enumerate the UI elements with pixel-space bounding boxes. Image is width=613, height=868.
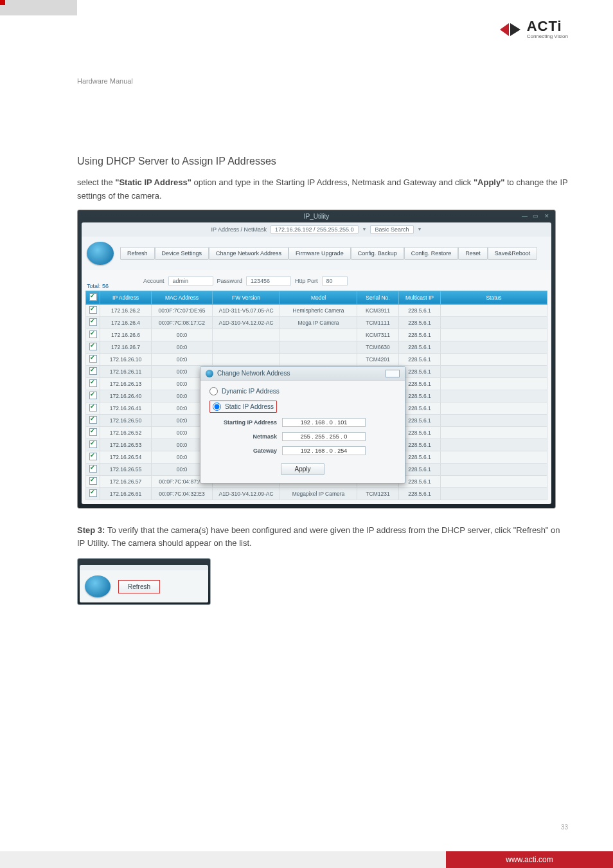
- row-checkbox[interactable]: [89, 404, 97, 411]
- cell: Megapixel IP Camera: [280, 487, 357, 500]
- row-checkbox[interactable]: [89, 416, 97, 424]
- cell: [441, 329, 547, 341]
- search-bar: IP Address / NetMask 172.16.26.192 / 255…: [82, 222, 551, 237]
- dynamic-ip-radio[interactable]: Dynamic IP Address: [209, 387, 396, 395]
- save-reboot-button[interactable]: Save&Reboot: [488, 247, 538, 260]
- cell: 00:0: [152, 341, 213, 353]
- row-checkbox[interactable]: [89, 465, 97, 473]
- cell: [213, 329, 280, 341]
- document-title: Hardware Manual: [77, 77, 568, 85]
- chevron-down-icon[interactable]: ▼: [418, 227, 422, 231]
- row-checkbox[interactable]: [89, 343, 97, 350]
- cell: [280, 329, 357, 341]
- cell: 00:0: [152, 329, 213, 341]
- password-input[interactable]: 123456: [246, 276, 291, 285]
- window-controls-icon[interactable]: — ▭ ✕: [522, 213, 551, 219]
- globe-icon: [206, 370, 213, 377]
- column-header[interactable]: MAC Address: [152, 291, 213, 304]
- row-checkbox[interactable]: [89, 367, 97, 375]
- row-checkbox[interactable]: [89, 440, 97, 448]
- column-header[interactable]: FW Version: [213, 291, 280, 304]
- table-row[interactable]: 172.16.26.600:0KCM7311228.5.6.1: [86, 329, 547, 341]
- config-backup-button[interactable]: Config. Backup: [351, 247, 404, 260]
- refresh-button[interactable]: Refresh: [120, 247, 155, 260]
- row-checkbox[interactable]: [89, 453, 97, 460]
- cell: [441, 475, 547, 487]
- table-row[interactable]: 172.16.26.700:0TCM6630228.5.6.1: [86, 341, 547, 353]
- gateway-input[interactable]: 192 . 168 . 0 . 254: [282, 446, 366, 455]
- page-number: 33: [561, 824, 568, 831]
- page-footer: www.acti.com: [0, 851, 613, 868]
- row-checkbox[interactable]: [89, 306, 97, 314]
- row-checkbox[interactable]: [89, 392, 97, 399]
- change-network-address-button[interactable]: Change Network Address: [209, 247, 289, 260]
- cell: 172.16.26.57: [100, 475, 152, 487]
- cell: TCM1111: [357, 316, 399, 329]
- cell: [441, 414, 547, 426]
- brand-logo: ACTi Connecting Vision: [497, 19, 568, 39]
- config-restore-button[interactable]: Config. Restore: [404, 247, 459, 260]
- reset-button[interactable]: Reset: [458, 247, 488, 260]
- search-value[interactable]: 172.16.26.192 / 255.255.255.0: [271, 225, 359, 234]
- static-ip-radio[interactable]: Static IP Address: [209, 401, 277, 413]
- cell: Hemispheric Camera: [280, 304, 357, 316]
- device-settings-button[interactable]: Device Settings: [155, 247, 209, 260]
- cell: [280, 353, 357, 365]
- cell: A1D-311-V5.07.05-AC: [213, 304, 280, 316]
- cell: [441, 439, 547, 451]
- table-row[interactable]: 172.16.26.400:0F:7C:08:17:C2A1D-310-V4.1…: [86, 316, 547, 329]
- cell: 172.16.26.13: [100, 377, 152, 390]
- cell: [441, 463, 547, 475]
- table-row[interactable]: 172.16.26.1000:0TCM4201228.5.6.1: [86, 353, 547, 365]
- column-header[interactable]: Model: [280, 291, 357, 304]
- http-port-input[interactable]: 80: [322, 276, 348, 285]
- cell: TCM6630: [357, 341, 399, 353]
- column-header[interactable]: Status: [441, 291, 547, 304]
- dialog-control-icon[interactable]: [386, 370, 400, 377]
- window-title: IP_Utility — ▭ ✕: [78, 210, 555, 222]
- row-checkbox[interactable]: [89, 428, 97, 436]
- cell: Mega IP Camera: [280, 316, 357, 329]
- cell: [441, 353, 547, 365]
- column-header[interactable]: Serial No.: [357, 291, 399, 304]
- firmware-upgrade-button[interactable]: Firmware Upgrade: [289, 247, 351, 260]
- cell: 172.16.26.2: [100, 304, 152, 316]
- dialog-titlebar: Change Network Address: [200, 367, 405, 381]
- refresh-screenshot: Refresh: [77, 558, 211, 605]
- cell: 228.5.6.1: [399, 341, 441, 353]
- select-all-checkbox[interactable]: [89, 293, 97, 301]
- cell: [441, 365, 547, 377]
- netmask-input[interactable]: 255 . 255 . 255 . 0: [282, 432, 366, 441]
- table-row[interactable]: 172.16.26.6100:0F:7C:04:32:E3A1D-310-V4.…: [86, 487, 547, 500]
- table-row[interactable]: 172.16.26.200:0F:7C:07:DE:65A1D-311-V5.0…: [86, 304, 547, 316]
- cell: 228.5.6.1: [399, 353, 441, 365]
- cell: [441, 390, 547, 402]
- row-checkbox[interactable]: [89, 477, 97, 485]
- cell: 172.16.26.6: [100, 329, 152, 341]
- row-checkbox[interactable]: [89, 379, 97, 387]
- brand-name: ACTi: [527, 19, 568, 33]
- cell: 00:0: [152, 353, 213, 365]
- row-checkbox[interactable]: [89, 489, 97, 497]
- row-checkbox[interactable]: [89, 330, 97, 338]
- search-mode[interactable]: Basic Search: [370, 225, 413, 234]
- cell: 00:0F:7C:07:DE:65: [152, 304, 213, 316]
- cell: [441, 316, 547, 329]
- ip-utility-screenshot: IP_Utility — ▭ ✕ IP Address / NetMask 17…: [77, 210, 556, 509]
- chevron-down-icon[interactable]: ▼: [362, 227, 367, 231]
- column-header[interactable]: Multicast IP: [399, 291, 441, 304]
- row-checkbox[interactable]: [89, 318, 97, 326]
- cell: 172.16.26.54: [100, 451, 152, 463]
- column-header[interactable]: [86, 291, 100, 304]
- cell: [441, 487, 547, 500]
- starting-ip-input[interactable]: 192 . 168 . 0 . 101: [282, 418, 366, 427]
- refresh-button-highlighted[interactable]: Refresh: [118, 580, 160, 593]
- cell: [441, 402, 547, 414]
- cell: 228.5.6.1: [399, 329, 441, 341]
- row-checkbox[interactable]: [89, 355, 97, 363]
- apply-button[interactable]: Apply: [281, 463, 324, 475]
- account-input[interactable]: admin: [168, 276, 213, 285]
- cell: 172.16.26.50: [100, 414, 152, 426]
- column-header[interactable]: IP Address: [100, 291, 152, 304]
- netmask-label: Netmask: [209, 433, 277, 440]
